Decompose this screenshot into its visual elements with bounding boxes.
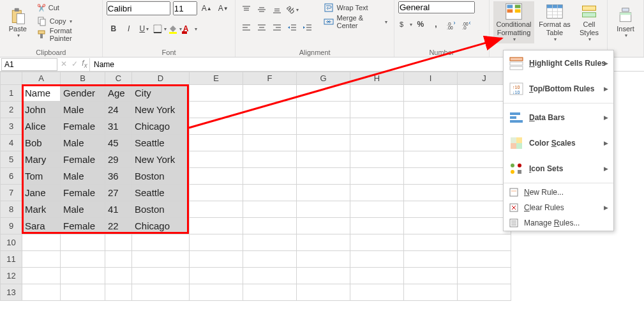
cell[interactable]	[458, 251, 511, 268]
cell[interactable]: Male	[61, 168, 105, 185]
cell[interactable]: Mark	[22, 201, 61, 218]
cell[interactable]: Male	[61, 201, 105, 218]
cell[interactable]	[350, 201, 404, 218]
table-row[interactable]: 13	[1, 284, 511, 301]
cell[interactable]: 41	[105, 201, 132, 218]
cell[interactable]	[350, 168, 404, 185]
cell[interactable]	[350, 135, 404, 151]
orientation-button[interactable]: ab▾	[285, 3, 299, 17]
cell[interactable]: New York	[132, 102, 190, 118]
cell[interactable]	[132, 251, 190, 268]
cell[interactable]	[297, 168, 350, 185]
cell[interactable]: Jane	[22, 185, 61, 201]
cell[interactable]	[190, 234, 243, 251]
cell[interactable]	[190, 151, 243, 168]
cell[interactable]: Female	[61, 151, 105, 168]
cell[interactable]	[190, 201, 243, 218]
cell[interactable]: 45	[105, 135, 132, 151]
cell[interactable]: 31	[105, 118, 132, 135]
table-row[interactable]: 7JaneFemale27Seattle	[1, 185, 511, 201]
italic-button[interactable]: I	[122, 22, 136, 36]
cell[interactable]	[190, 168, 243, 185]
table-row[interactable]: 3AliceFemale31Chicago	[1, 118, 511, 135]
cell[interactable]: Tom	[22, 168, 61, 185]
conditional-formatting-button[interactable]: Conditional Formatting ▾	[493, 1, 534, 43]
cell[interactable]	[190, 118, 243, 135]
column-headers[interactable]: A B C D E F G H I J	[1, 72, 511, 85]
cell[interactable]	[132, 268, 190, 284]
cell[interactable]	[105, 268, 132, 284]
table-row[interactable]: 10	[1, 234, 511, 251]
align-center-button[interactable]	[255, 20, 269, 34]
align-left-button[interactable]	[239, 20, 253, 34]
underline-button[interactable]: U▾	[137, 22, 151, 36]
menu-data-bars[interactable]: Data Bars ▶	[504, 105, 613, 130]
cell[interactable]	[404, 185, 458, 201]
insert-button[interactable]: Insert ▾	[611, 1, 640, 43]
cell[interactable]	[350, 251, 404, 268]
cancel-formula-icon[interactable]: ✕	[61, 59, 67, 68]
cell[interactable]	[61, 251, 105, 268]
cell[interactable]: Name	[22, 85, 61, 102]
menu-icon-sets[interactable]: Icon Sets ▶	[504, 156, 613, 181]
cell[interactable]	[61, 234, 105, 251]
cell[interactable]: Male	[61, 102, 105, 118]
table-row[interactable]: 12	[1, 268, 511, 284]
cell[interactable]	[22, 268, 61, 284]
cell[interactable]	[132, 234, 190, 251]
copy-button[interactable]: Copy ▾	[34, 15, 98, 27]
row-header[interactable]: 8	[1, 201, 22, 218]
cell[interactable]: Seattle	[132, 135, 190, 151]
cell[interactable]: Female	[61, 185, 105, 201]
cell[interactable]: 27	[105, 185, 132, 201]
border-button[interactable]: ▾	[153, 22, 167, 36]
cell[interactable]: Boston	[132, 201, 190, 218]
table-row[interactable]: 1NameGenderAgeCity	[1, 85, 511, 102]
cell[interactable]	[297, 251, 350, 268]
cell[interactable]	[297, 102, 350, 118]
cell[interactable]	[404, 85, 458, 102]
cell[interactable]	[22, 284, 61, 301]
fx-icon[interactable]: fx	[82, 59, 87, 69]
cell[interactable]	[297, 268, 350, 284]
comma-button[interactable]: ,	[429, 17, 443, 31]
cell[interactable]	[350, 284, 404, 301]
cell[interactable]	[297, 234, 350, 251]
sheet-table[interactable]: A B C D E F G H I J 1NameGenderAgeCity2J…	[0, 72, 511, 301]
align-middle-button[interactable]	[255, 3, 269, 17]
paste-button[interactable]: Paste ▾	[4, 1, 32, 43]
align-top-button[interactable]	[239, 3, 253, 17]
cell[interactable]: Male	[61, 135, 105, 151]
cell[interactable]	[350, 234, 404, 251]
cell[interactable]	[190, 102, 243, 118]
cell[interactable]	[297, 218, 350, 234]
row-header[interactable]: 1	[1, 85, 22, 102]
cell[interactable]	[297, 185, 350, 201]
cell[interactable]	[404, 168, 458, 185]
cell[interactable]: John	[22, 102, 61, 118]
cell[interactable]	[243, 102, 297, 118]
cell[interactable]	[105, 284, 132, 301]
cell[interactable]: Female	[61, 218, 105, 234]
cell[interactable]	[297, 151, 350, 168]
cell[interactable]	[350, 218, 404, 234]
cell[interactable]: Seattle	[132, 185, 190, 201]
menu-highlight-cells-rules[interactable]: Highlight Cells Rules ▶	[504, 50, 613, 76]
cell[interactable]: Chicago	[132, 218, 190, 234]
cell[interactable]	[350, 102, 404, 118]
cell[interactable]	[404, 251, 458, 268]
table-row[interactable]: 8MarkMale41Boston	[1, 201, 511, 218]
bold-button[interactable]: B	[107, 22, 121, 36]
fill-color-button[interactable]: ▾	[168, 22, 182, 36]
cell[interactable]	[243, 201, 297, 218]
row-header[interactable]: 2	[1, 102, 22, 118]
cell[interactable]	[243, 168, 297, 185]
cell[interactable]	[243, 268, 297, 284]
row-header[interactable]: 7	[1, 185, 22, 201]
merge-center-button[interactable]: Merge & Center ▾	[321, 15, 389, 28]
cell[interactable]	[132, 284, 190, 301]
row-header[interactable]: 3	[1, 118, 22, 135]
cell[interactable]: Chicago	[132, 118, 190, 135]
name-box[interactable]	[1, 58, 57, 71]
font-size-combo[interactable]	[173, 1, 197, 15]
